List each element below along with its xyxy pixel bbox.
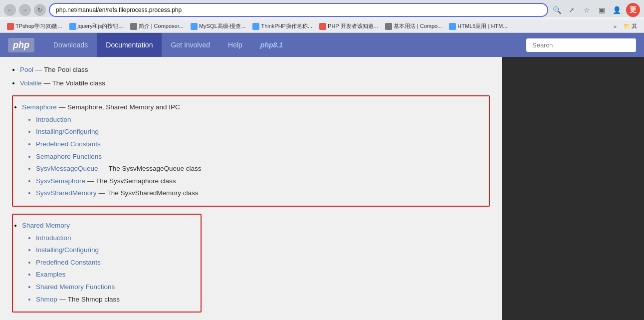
semaphore-section-box: Semaphore — Semaphore, Shared Memory and…: [12, 95, 490, 207]
list-item-shm-functions: Shared Memory Functions: [36, 281, 194, 293]
shared-memory-section-box: Shared Memory Introduction Installing/Co…: [12, 214, 202, 313]
bookmark-html5[interactable]: HTML5应用 | HTM...: [446, 21, 510, 31]
back-button[interactable]: ←: [4, 4, 16, 16]
desc-semaphore: — Semaphore, Shared Memory and IPC: [59, 103, 180, 111]
semaphore-sub-list: Introduction Installing/Configuring Pred…: [22, 114, 482, 199]
share-icon[interactable]: ➚: [566, 4, 577, 15]
nav-link-get-involved[interactable]: Get Involved: [162, 33, 219, 57]
link-shm-constants[interactable]: Predefined Constants: [36, 259, 101, 266]
list-item-shm-installing: Installing/Configuring: [36, 244, 194, 256]
link-shmop[interactable]: Shmop: [36, 296, 57, 303]
bookmark-label-2: jquery和js的按钮...: [78, 22, 123, 30]
list-item-sysvsemaphore: SysvSemaphore — The SysvSemaphore class: [36, 175, 482, 187]
nav-link-downloads[interactable]: Downloads: [44, 33, 97, 57]
bookmark-label-5: ThinkPHP操作名称...: [261, 22, 312, 30]
bookmark-tpshop[interactable]: TPshop学习(8)微...: [4, 21, 65, 31]
forward-button[interactable]: →: [19, 4, 31, 16]
shared-memory-sub-list: Introduction Installing/Configuring Pred…: [22, 232, 194, 305]
list-item-shm-examples: Examples: [36, 269, 194, 280]
link-sem-functions[interactable]: Semaphore Functions: [36, 153, 102, 160]
link-shm-installing[interactable]: Installing/Configuring: [36, 246, 99, 254]
bookmark-compo[interactable]: 基本用法 | Compo...: [382, 21, 445, 31]
link-shm-examples[interactable]: Examples: [36, 271, 65, 278]
list-item-sem-constants: Predefined Constants: [36, 138, 482, 150]
link-sem-intro[interactable]: Introduction: [36, 116, 71, 123]
bookmarks-more[interactable]: »: [611, 22, 620, 30]
bookmark-favicon-6: [319, 23, 326, 30]
list-item-shm-constants: Predefined Constants: [36, 257, 194, 268]
bookmarks-bar: TPshop学习(8)微... jquery和js的按钮... 简介 | Com…: [0, 20, 644, 33]
bookmark-favicon-8: [449, 23, 456, 30]
bookmark-phpdev[interactable]: PHP 开发者该知道...: [316, 21, 381, 31]
tab-icon[interactable]: ▣: [596, 4, 607, 15]
desc-volatile: — The Volatile class: [43, 79, 105, 87]
bookmark-favicon-3: [130, 23, 137, 30]
list-item-sem-intro: Introduction: [36, 114, 482, 125]
menu-icon[interactable]: 更: [626, 3, 640, 17]
bookmark-favicon-5: [252, 23, 259, 30]
bookmark-icon[interactable]: ☆: [581, 4, 592, 15]
bookmark-label-7: 基本用法 | Compo...: [394, 22, 442, 30]
desc-sysvmessagequeue: — The SysvMessageQueue class: [100, 165, 201, 172]
main-content: Pool — The Pool class Volatile — The Vol…: [0, 57, 644, 320]
sidebar-right: CSDN @大雷编程: [502, 57, 644, 320]
nav-link-documentation[interactable]: Documentation: [97, 33, 162, 57]
list-item-sem-installing: Installing/Configuring: [36, 126, 482, 137]
php-version-badge: php8.1: [251, 33, 292, 57]
bookmark-mysql[interactable]: MySQL高级-慢查...: [188, 21, 249, 31]
desc-shmop: — The Shmop class: [59, 296, 120, 303]
pre-items-section: Pool — The Pool class Volatile — The Vol…: [12, 63, 490, 95]
link-sem-constants[interactable]: Predefined Constants: [36, 140, 101, 148]
search-icon[interactable]: 🔍: [551, 4, 562, 15]
desc-pool: — The Pool class: [35, 66, 88, 73]
list-item-shared-memory: Shared Memory Introduction Installing/Co…: [22, 220, 194, 305]
bookmark-favicon-1: [7, 23, 14, 30]
bookmark-thinkphp[interactable]: ThinkPHP操作名称...: [249, 21, 315, 31]
link-sem-installing[interactable]: Installing/Configuring: [36, 128, 99, 135]
list-item-pool: Pool — The Pool class: [20, 64, 490, 75]
list-item-sysvsharedmemory: SysvSharedMemory — The SysvSharedMemory …: [36, 187, 482, 199]
link-shared-memory[interactable]: Shared Memory: [22, 222, 70, 229]
bookmark-label-4: MySQL高级-慢查...: [199, 22, 246, 30]
link-pool[interactable]: Pool: [20, 66, 33, 73]
link-shm-functions[interactable]: Shared Memory Functions: [36, 283, 115, 291]
link-sysvsharedmemory[interactable]: SysvSharedMemory: [36, 189, 97, 197]
bookmark-jquery[interactable]: jquery和js的按钮...: [66, 21, 126, 31]
bookmark-folder-label: 其: [632, 22, 637, 30]
desc-sysvsemaphore: — The SysvSemaphore class: [87, 177, 176, 185]
folder-icon: 📁: [624, 23, 631, 29]
php-nav-links: Downloads Documentation Get Involved Hel…: [44, 33, 292, 57]
link-sysvsemaphore[interactable]: SysvSemaphore: [36, 177, 85, 185]
bookmark-label-8: HTML5应用 | HTM...: [457, 22, 507, 30]
php-nav: php Downloads Documentation Get Involved…: [0, 33, 644, 57]
link-shm-intro[interactable]: Introduction: [36, 234, 71, 242]
bookmark-label-1: TPshop学习(8)微...: [15, 22, 62, 30]
bookmark-folder-others[interactable]: 📁 其: [621, 21, 640, 31]
bookmark-favicon-7: [385, 23, 392, 30]
desc-sysvsharedmemory: — The SysvSharedMemory class: [98, 189, 198, 197]
url-text: php.net/manual/en/refs.fileprocess.proce…: [56, 6, 541, 13]
list-item-sem-functions: Semaphore Functions: [36, 151, 482, 162]
list-item-shmop: Shmop — The Shmop class: [36, 294, 194, 305]
list-item-volatile: Volatile — The Volatile class: [20, 77, 490, 89]
list-item-semaphore: Semaphore — Semaphore, Shared Memory and…: [22, 101, 482, 199]
url-bar[interactable]: php.net/manual/en/refs.fileprocess.proce…: [49, 3, 548, 17]
link-semaphore[interactable]: Semaphore: [22, 103, 57, 111]
search-input[interactable]: [526, 38, 636, 52]
bookmark-favicon-4: [191, 23, 198, 30]
bookmark-favicon-2: [69, 23, 76, 30]
list-item-sysvmessagequeue: SysvMessageQueue — The SysvMessageQueue …: [36, 163, 482, 174]
bookmark-label-6: PHP 开发者该知道...: [328, 22, 378, 30]
bookmark-composer[interactable]: 简介 | Composer...: [127, 21, 187, 31]
link-sysvmessagequeue[interactable]: SysvMessageQueue: [36, 165, 98, 172]
list-item-shm-intro: Introduction: [36, 232, 194, 244]
bookmark-label-3: 简介 | Composer...: [139, 22, 184, 30]
profile-icon[interactable]: 👤: [611, 4, 622, 15]
link-volatile[interactable]: Volatile: [20, 79, 42, 87]
reload-button[interactable]: ↻: [34, 4, 46, 16]
nav-link-help[interactable]: Help: [219, 33, 251, 57]
php-logo: php: [8, 38, 34, 52]
content-area: Pool — The Pool class Volatile — The Vol…: [0, 57, 502, 320]
